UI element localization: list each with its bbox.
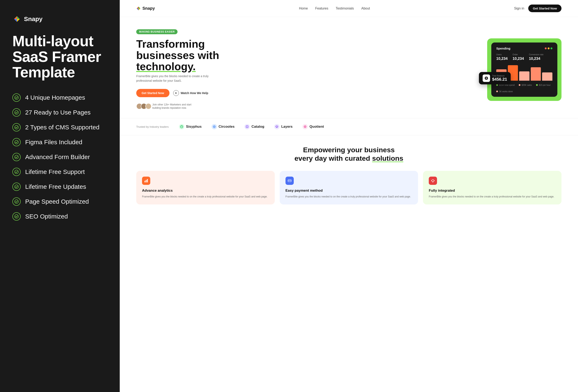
feature-item-4: Advanced Form Builder	[12, 153, 107, 161]
hero-visual: Spending Users 10,234	[248, 38, 562, 101]
svg-marker-15	[139, 7, 140, 8]
svg-point-23	[214, 126, 215, 127]
check-icon-1	[12, 108, 21, 117]
feature-card-analytics: Advance analytics FramerBite gives you t…	[136, 171, 275, 205]
balance-info: Total Balance $456.21	[492, 75, 507, 82]
card-footer: $15K total spend $35K sales $15 per hour	[496, 84, 552, 93]
stat-conversion-value: 10,234	[529, 56, 540, 61]
footer-stat-3: $15 per hour	[536, 84, 551, 86]
brand-layers-name: Layers	[281, 125, 292, 129]
bar-4	[542, 72, 552, 81]
feature-card-payment-title: Easy payment method	[286, 189, 412, 193]
stat-users-value: 10,234	[496, 56, 508, 61]
brand-circooles: Circooles	[212, 124, 235, 129]
hero-content: MAKING BUSINESS EASIER Transforming busi…	[136, 29, 235, 110]
nav-home[interactable]: Home	[299, 7, 308, 10]
nav-about[interactable]: About	[361, 7, 370, 10]
nav-testimonials[interactable]: Testimonials	[336, 7, 354, 10]
quotient-icon	[302, 124, 308, 129]
nav-signin-link[interactable]: Sign in	[514, 7, 524, 10]
feature-text-4: Advanced Form Builder	[25, 154, 90, 161]
bar-2	[519, 71, 530, 81]
dot-red	[545, 47, 547, 49]
hero-headline: Transforming businesses with technology.	[136, 38, 235, 72]
features-list: 4 Unique Homepages 27 Ready to Use Pages…	[12, 93, 107, 220]
hero-secondary-button[interactable]: Watch How We Help	[173, 90, 208, 96]
hero-cta-button[interactable]: Get Started Now	[136, 89, 169, 97]
nav-features[interactable]: Features	[315, 7, 328, 10]
trusted-section: Trusted by Industry leaders Sisyphus Cir…	[120, 118, 578, 135]
stat-order-label: Order	[513, 53, 524, 56]
feature-card-integrated-title: Fully integrated	[429, 189, 556, 193]
circooles-icon	[212, 124, 217, 129]
main-headline: Multi-layout SaaS Framer Template	[12, 33, 107, 80]
feature-item-7: Page Speed Optimized	[12, 197, 107, 206]
feature-text-3: Figma Files Included	[25, 139, 82, 146]
feature-item-6: Lifetime Free Updates	[12, 183, 107, 191]
feature-card-integrated-desc: FramerBite gives you the blocks needed t…	[429, 195, 556, 199]
check-icon-5	[12, 168, 21, 176]
check-icon-8	[12, 212, 21, 220]
balance-label: Total Balance	[492, 75, 507, 77]
hero-headline-line3: technology.	[136, 60, 196, 72]
svg-rect-30	[146, 180, 146, 182]
feature-card-analytics-title: Advance analytics	[142, 189, 269, 193]
stat-users: Users 10,234	[496, 53, 508, 61]
feature-card-integrated: Fully integrated FramerBite gives you th…	[423, 171, 562, 205]
svg-line-37	[432, 181, 433, 182]
hero-buttons: Get Started Now Watch How We Help	[136, 89, 235, 97]
svg-text:$: $	[486, 77, 487, 80]
check-icon-0	[12, 93, 21, 102]
dot-green	[551, 47, 552, 49]
card-title: Spending	[496, 47, 510, 50]
nav-actions: Sign in Get Started Now	[514, 4, 562, 12]
social-proof: Join other 12k+ Marketers and start buil…	[136, 103, 235, 110]
green-card-wrapper: Spending Users 10,234	[487, 38, 562, 101]
check-icon-7	[12, 197, 21, 206]
footer-text-2: $35K sales	[522, 84, 532, 86]
site-nav: Snapy Home Features Testimonials About S…	[120, 0, 578, 17]
svg-line-38	[433, 181, 434, 182]
svg-point-13	[15, 215, 18, 218]
brand-quotient: Quotient	[302, 124, 324, 129]
feature-text-0: 4 Unique Homepages	[25, 94, 85, 101]
dashboard-card: Spending Users 10,234	[491, 43, 557, 97]
svg-point-21	[180, 126, 183, 128]
balance-overlay: $ Total Balance $456.21	[479, 72, 511, 84]
svg-marker-17	[139, 8, 140, 10]
stat-order-value: 10,234	[513, 56, 524, 61]
svg-point-12	[15, 200, 18, 203]
feature-card-payment: Easy payment method FramerBite gives you…	[280, 171, 418, 205]
stat-users-label: Users	[496, 53, 508, 56]
brand-quotient-name: Quotient	[309, 125, 324, 129]
stat-conversion: Conversion rate 10,234	[529, 53, 543, 61]
features-headline-accent: solutions	[372, 154, 403, 162]
card-dots	[545, 47, 552, 49]
play-icon	[173, 90, 179, 96]
svg-point-11	[15, 185, 18, 189]
trusted-label: Trusted by Industry leaders	[136, 125, 169, 128]
hero-section: MAKING BUSINESS EASIER Transforming busi…	[120, 17, 578, 118]
left-panel: Snapy Multi-layout SaaS Framer Template …	[0, 0, 120, 392]
features-cards: Advance analytics FramerBite gives you t…	[136, 171, 562, 205]
svg-rect-29	[144, 181, 145, 182]
card-stats: Users 10,234 Order 10,234 Conversion rat…	[496, 53, 552, 61]
svg-rect-31	[147, 179, 148, 182]
avatars	[136, 103, 150, 109]
nav-links: Home Features Testimonials About	[299, 7, 370, 10]
feature-text-8: SEO Optimized	[25, 213, 68, 220]
svg-marker-16	[137, 8, 139, 10]
check-icon-2	[12, 123, 21, 131]
features-headline-line2: every day with curated	[294, 154, 370, 162]
balance-icon: $	[483, 75, 490, 82]
features-headline: Empowering your business every day with …	[136, 146, 562, 163]
svg-line-25	[247, 126, 247, 127]
brand-catalog-name: Catalog	[251, 125, 264, 129]
feature-card-payment-desc: FramerBite gives you the blocks needed t…	[286, 195, 412, 199]
svg-marker-18	[176, 92, 177, 94]
footer-text-4: 5K works done	[499, 90, 513, 93]
social-proof-text: Join other 12k+ Marketers and start buil…	[152, 103, 194, 110]
feature-text-7: Page Speed Optimized	[25, 198, 89, 205]
hero-headline-line2: businesses with	[136, 49, 219, 61]
nav-cta-button[interactable]: Get Started Now	[528, 4, 562, 12]
